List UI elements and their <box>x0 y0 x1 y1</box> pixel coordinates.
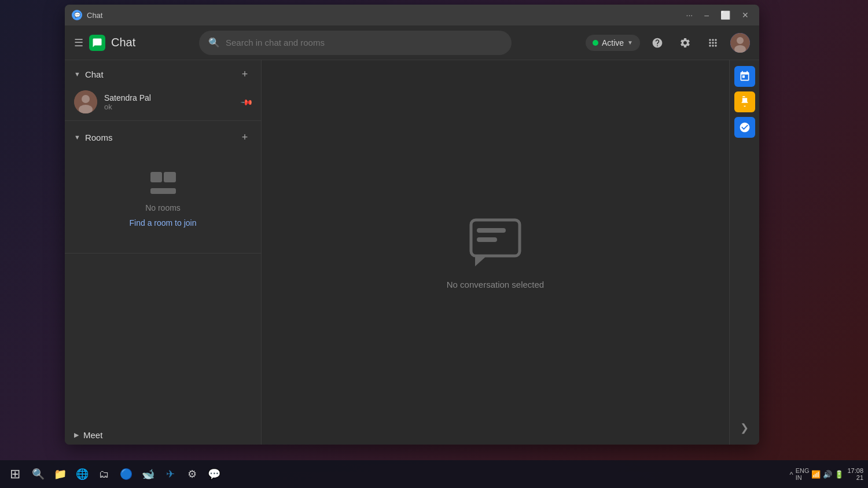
close-button[interactable]: ✕ <box>738 8 752 22</box>
add-room-button[interactable]: + <box>238 130 252 144</box>
calendar-icon[interactable] <box>734 66 755 87</box>
status-badge[interactable]: Active ▼ <box>586 35 640 51</box>
lang-icon[interactable]: ENGIN <box>796 467 810 481</box>
rooms-grid-icon <box>150 172 176 197</box>
svg-point-4 <box>82 95 90 103</box>
taskbar-settings-icon[interactable]: ⚙ <box>182 464 203 485</box>
meet-section-left: ▶ Meet <box>74 430 102 440</box>
app-window: 💬 Chat ··· – ⬜ ✕ ☰ Chat 🔍 <box>65 5 759 445</box>
maximize-button[interactable]: ⬜ <box>717 8 734 22</box>
no-conversation-text: No conversation selected <box>447 280 544 289</box>
expand-right-sidebar-button[interactable]: ❯ <box>735 417 753 439</box>
rooms-section-left: ▼ Rooms <box>74 133 112 142</box>
meet-chevron-icon: ▶ <box>74 431 79 439</box>
avatar <box>74 90 97 113</box>
meet-section-header[interactable]: ▶ Meet <box>65 423 261 445</box>
title-bar-left: 💬 Chat <box>72 10 102 20</box>
search-bar[interactable]: 🔍 <box>199 31 512 55</box>
keep-icon[interactable] <box>734 91 755 112</box>
empty-state: No conversation selected <box>447 215 544 289</box>
taskbar-telegram-icon[interactable]: ✈ <box>160 464 181 485</box>
no-rooms-text: No rooms <box>145 203 181 212</box>
taskbar: ⊞ 🔍 📁 🌐 🗂 🔵 🐋 ✈ ⚙ 💬 ^ ENGIN 📶 🔊 🔋 17:08 … <box>0 460 868 488</box>
chat-section-header[interactable]: ▼ Chat + <box>65 60 261 86</box>
search-input[interactable] <box>226 38 502 47</box>
search-icon: 🔍 <box>208 37 220 48</box>
taskbar-right: ^ ENGIN 📶 🔊 🔋 17:08 21 <box>790 467 863 481</box>
app-title: Chat <box>111 36 135 49</box>
divider <box>65 120 261 121</box>
sidebar: ▼ Chat + Satendra Pal <box>65 60 262 445</box>
hamburger-icon[interactable]: ☰ <box>74 36 83 49</box>
chat-section-title: Chat <box>85 69 104 79</box>
status-dot <box>593 40 598 46</box>
start-button[interactable]: ⊞ <box>5 464 25 485</box>
svg-point-1 <box>737 37 744 44</box>
status-text: Active <box>602 38 624 47</box>
taskbar-search-icon[interactable]: 🔍 <box>28 464 49 485</box>
apps-button[interactable] <box>703 32 723 53</box>
main-wrapper: ☰ Chat 🔍 Active ▼ <box>65 25 759 445</box>
clock[interactable]: 17:08 21 <box>847 467 863 481</box>
rooms-chevron-icon: ▼ <box>74 134 80 141</box>
minimize-button[interactable]: – <box>701 8 712 22</box>
title-bar: 💬 Chat ··· – ⬜ ✕ <box>65 5 759 25</box>
chat-section-left: ▼ Chat <box>74 69 104 79</box>
system-tray: ^ ENGIN 📶 🔊 🔋 <box>790 467 844 481</box>
taskbar-edge-icon[interactable]: 🔵 <box>116 464 137 485</box>
header-left: ☰ Chat <box>74 35 190 51</box>
settings-button[interactable] <box>675 32 696 53</box>
taskbar-icons: 🔍 📁 🌐 🗂 🔵 🐋 ✈ ⚙ 💬 <box>28 464 406 485</box>
user-avatar[interactable] <box>730 33 750 53</box>
header-right: Active ▼ <box>586 32 750 53</box>
tasks-icon[interactable] <box>734 117 755 138</box>
taskbar-chat-icon[interactable]: 💬 <box>204 464 225 485</box>
bottom-divider <box>65 253 261 254</box>
message-preview: ok <box>104 102 235 111</box>
chevron-up-icon[interactable]: ^ <box>790 470 793 479</box>
status-arrow-icon: ▼ <box>627 39 633 46</box>
chat-info: Satendra Pal ok <box>104 93 235 111</box>
find-room-link[interactable]: Find a room to join <box>130 218 197 228</box>
battery-icon[interactable]: 🔋 <box>834 470 844 479</box>
window-title: Chat <box>87 11 102 20</box>
rooms-section-title: Rooms <box>85 133 113 142</box>
no-conversation-icon <box>466 215 524 270</box>
volume-icon[interactable]: 🔊 <box>823 470 832 479</box>
taskbar-file-icon[interactable]: 📁 <box>50 464 71 485</box>
help-button[interactable] <box>647 32 668 53</box>
chat-main-area: No conversation selected <box>262 60 729 445</box>
taskbar-icon3[interactable]: 🐋 <box>138 464 159 485</box>
no-rooms-state: No rooms Find a room to join <box>65 149 261 251</box>
header: ☰ Chat 🔍 Active ▼ <box>65 25 759 60</box>
rooms-section-header[interactable]: ▼ Rooms + <box>65 123 261 149</box>
chat-logo <box>89 35 105 51</box>
pin-icon: 📌 <box>240 95 253 108</box>
time-display: 17:08 <box>847 467 863 474</box>
contact-name: Satendra Pal <box>104 93 235 102</box>
date-display: 21 <box>847 474 863 481</box>
svg-rect-7 <box>477 228 506 233</box>
taskbar-icon2[interactable]: 🗂 <box>94 464 115 485</box>
body-area: ▼ Chat + Satendra Pal <box>65 60 759 445</box>
right-sidebar: ❯ <box>729 60 759 445</box>
chat-chevron-icon: ▼ <box>74 71 80 78</box>
more-options-button[interactable]: ··· <box>683 8 697 22</box>
window-controls: ··· – ⬜ ✕ <box>683 8 752 22</box>
meet-section-title: Meet <box>83 430 102 440</box>
svg-rect-8 <box>477 237 497 242</box>
wifi-icon[interactable]: 📶 <box>811 470 821 479</box>
conversation-item[interactable]: Satendra Pal ok 📌 <box>65 86 261 118</box>
taskbar-browser-icon[interactable]: 🌐 <box>72 464 93 485</box>
add-chat-button[interactable]: + <box>238 67 252 81</box>
app-icon: 💬 <box>72 10 82 20</box>
